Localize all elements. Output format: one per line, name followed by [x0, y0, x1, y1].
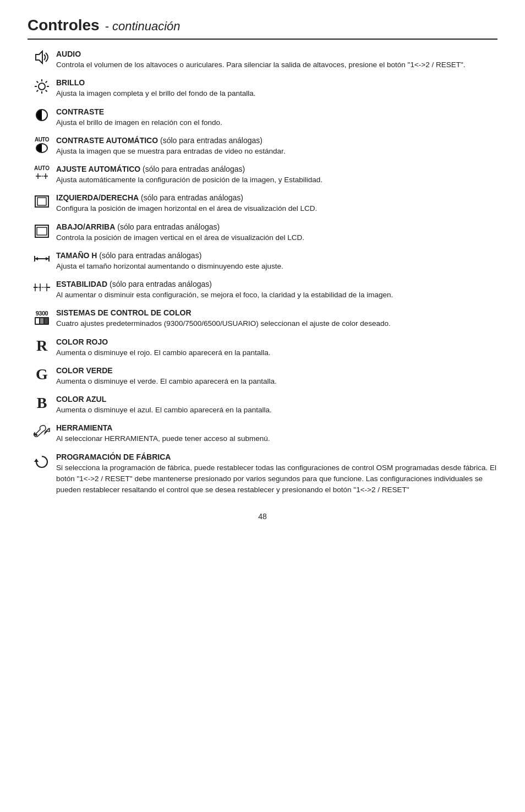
svg-rect-34 [45, 318, 48, 324]
items-list: AUDIO Controla el volumen de los altavoc… [28, 50, 497, 495]
contraste-auto-title: CONTRASTE AUTOMÁTICO [56, 136, 158, 145]
up-down-icon [28, 222, 56, 238]
izquierda-derecha-title: IZQUIERDA/DERECHA [56, 193, 139, 202]
herramienta-desc: Al seleccionar HERRAMIENTA, puede tener … [56, 433, 497, 444]
estabilidad-title: ESTABILIDAD [56, 280, 107, 288]
item-izquierda-derecha: IZQUIERDA/DERECHA (sólo para entradas an… [28, 193, 497, 214]
tamano-h-title: TAMAÑO H [56, 251, 97, 260]
page-subtitle: - continuación [105, 19, 181, 33]
svg-point-35 [35, 434, 37, 436]
ajuste-auto-desc: Ajusta automáticamente la configuración … [56, 175, 497, 186]
svg-line-7 [46, 90, 47, 92]
brillo-content: BRILLO Ajusta la imagen completa y el br… [56, 78, 497, 99]
svg-line-9 [37, 90, 39, 92]
sistemas-color-title: SISTEMAS DE CONTROL DE COLOR [56, 308, 192, 317]
abajo-arriba-content: ABAJO/ARRIBA (sólo para entradas análoga… [56, 222, 497, 243]
item-tamano-h: TAMAÑO H (sólo para entradas análogas) A… [28, 251, 497, 272]
color-rojo-desc: Aumenta o disminuye el rojo. El cambio a… [56, 347, 497, 358]
ajuste-auto-title: AJUSTE AUTOMÁTICO [56, 165, 140, 173]
item-audio: AUDIO Controla el volumen de los altavoc… [28, 50, 497, 70]
page-number: 48 [28, 512, 497, 521]
contraste-title: CONTRASTE [56, 107, 104, 116]
color-azul-title: COLOR AZUL [56, 395, 106, 404]
left-right-icon [28, 193, 56, 208]
item-color-verde: G COLOR VERDE Aumenta o disminuye el ver… [28, 366, 497, 387]
svg-line-8 [46, 81, 47, 83]
izquierda-derecha-content: IZQUIERDA/DERECHA (sólo para entradas an… [56, 193, 497, 214]
color-system-icon: 9300 [28, 308, 56, 326]
tamano-h-note: (sólo para entradas análogas) [97, 251, 201, 260]
contraste-content: CONTRASTE Ajusta el brillo de imagen en … [56, 107, 497, 128]
svg-line-6 [37, 81, 39, 83]
item-color-azul: B COLOR AZUL Aumenta o disminuye el azul… [28, 395, 497, 416]
item-abajo-arriba: ABAJO/ARRIBA (sólo para entradas análoga… [28, 222, 497, 243]
svg-rect-32 [36, 318, 39, 324]
color-verde-content: COLOR VERDE Aumenta o disminuye el verde… [56, 366, 497, 387]
brillo-title: BRILLO [56, 78, 85, 87]
programacion-fabrica-content: PROGRAMACIÓN DE FÁBRICA Si selecciona la… [56, 453, 497, 496]
abajo-arriba-desc: Controla la posición de imagen vertical … [56, 232, 497, 243]
factory-icon [28, 453, 56, 470]
item-contraste-auto: AUTO CONTRASTE AUTOMÁTICO (sólo para ent… [28, 136, 497, 157]
audio-content: AUDIO Controla el volumen de los altavoc… [56, 50, 497, 70]
estabilidad-content: ESTABILIDAD (sólo para entradas análogas… [56, 280, 497, 301]
item-contraste: CONTRASTE Ajusta el brillo de imagen en … [28, 107, 497, 128]
brightness-icon [28, 78, 56, 94]
size-h-icon [28, 251, 56, 264]
abajo-arriba-title: ABAJO/ARRIBA [56, 222, 115, 231]
contraste-desc: Ajusta el brillo de imagen en relación c… [56, 117, 497, 128]
item-brillo: BRILLO Ajusta la imagen completa y el br… [28, 78, 497, 99]
page-header: Controles - continuación [28, 17, 497, 40]
svg-rect-18 [37, 227, 47, 235]
brillo-desc: Ajusta la imagen completa y el brillo de… [56, 88, 497, 99]
svg-point-1 [39, 83, 45, 90]
svg-rect-33 [40, 318, 43, 324]
audio-icon [28, 50, 56, 64]
contraste-auto-desc: Ajusta la imagen que se muestra para ent… [56, 146, 497, 157]
tool-icon [28, 423, 56, 437]
svg-rect-16 [37, 198, 46, 205]
izquierda-derecha-note: (sólo para entradas análogas) [139, 193, 243, 202]
color-azul-content: COLOR AZUL Aumenta o disminuye el azul. … [56, 395, 497, 416]
item-herramienta: HERRAMIENTA Al seleccionar HERRAMIENTA, … [28, 423, 497, 444]
estabilidad-note: (sólo para entradas análogas) [107, 280, 212, 288]
contraste-auto-content: CONTRASTE AUTOMÁTICO (sólo para entradas… [56, 136, 497, 157]
svg-marker-36 [34, 459, 39, 462]
item-programacion-fabrica: PROGRAMACIÓN DE FÁBRICA Si selecciona la… [28, 453, 497, 496]
sistemas-color-content: SISTEMAS DE CONTROL DE COLOR Cuatro ajus… [56, 308, 497, 329]
item-sistemas-color: 9300 SISTEMAS DE CONTROL DE COLOR Cuatro… [28, 308, 497, 329]
sistemas-color-desc: Cuatro ajustes predeterminados (9300/750… [56, 318, 497, 329]
color-rojo-title: COLOR ROJO [56, 337, 108, 346]
audio-title: AUDIO [56, 50, 81, 58]
programacion-fabrica-desc: Si selecciona la programación de fábrica… [56, 462, 497, 496]
contraste-auto-note: (sólo para entradas análogas) [158, 136, 262, 145]
herramienta-title: HERRAMIENTA [56, 423, 112, 432]
contrast-icon [28, 107, 56, 123]
letter-g-icon: G [28, 366, 56, 382]
color-rojo-content: COLOR ROJO Aumenta o disminuye el rojo. … [56, 337, 497, 358]
abajo-arriba-note: (sólo para entradas análogas) [115, 222, 220, 231]
color-azul-desc: Aumenta o disminuye el azul. El cambio a… [56, 405, 497, 416]
tamano-h-content: TAMAÑO H (sólo para entradas análogas) A… [56, 251, 497, 272]
estabilidad-desc: Al aumentar o disminuir esta configuraci… [56, 290, 497, 301]
ajuste-auto-content: AJUSTE AUTOMÁTICO (sólo para entradas an… [56, 165, 497, 186]
auto-contrast-icon: AUTO [28, 136, 56, 153]
page-title: Controles [28, 17, 100, 34]
letter-r-icon: R [28, 337, 56, 353]
herramienta-content: HERRAMIENTA Al seleccionar HERRAMIENTA, … [56, 423, 497, 444]
letter-b-icon: B [28, 395, 56, 411]
svg-marker-0 [36, 51, 42, 63]
color-verde-desc: Aumenta o disminuye el verde. El cambio … [56, 376, 497, 387]
color-verde-title: COLOR VERDE [56, 366, 113, 375]
programacion-fabrica-title: PROGRAMACIÓN DE FÁBRICA [56, 453, 171, 461]
auto-adjust-icon: AUTO [28, 165, 56, 181]
tamano-h-desc: Ajusta el tamaño horizontal aumentando o… [56, 261, 497, 272]
item-color-rojo: R COLOR ROJO Aumenta o disminuye el rojo… [28, 337, 497, 358]
stability-icon [28, 280, 56, 293]
ajuste-auto-note: (sólo para entradas análogas) [140, 165, 245, 173]
item-ajuste-auto: AUTO AJUSTE AUTOMÁTICO (sólo para entrad… [28, 165, 497, 186]
audio-desc: Controla el volumen de los altavoces o a… [56, 59, 497, 70]
izquierda-derecha-desc: Configura la posición de imagen horizont… [56, 203, 497, 214]
item-estabilidad: ESTABILIDAD (sólo para entradas análogas… [28, 280, 497, 301]
